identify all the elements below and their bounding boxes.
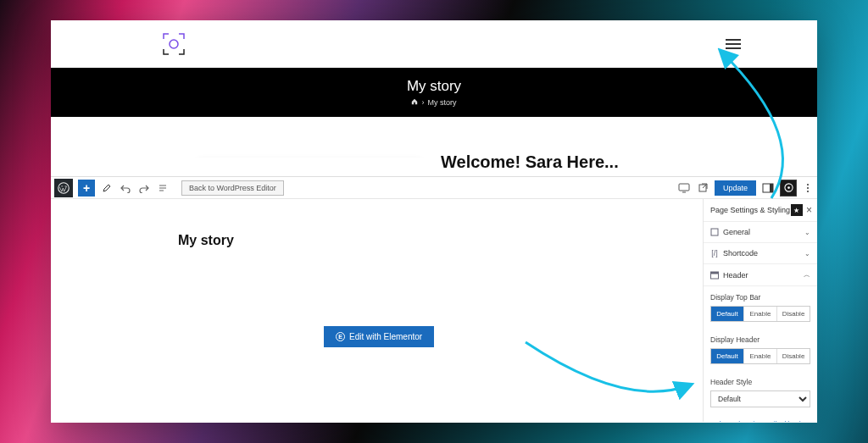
display-top-bar-toggle: Default Enable Disable [710, 306, 810, 322]
page-title[interactable]: My story [178, 233, 652, 248]
display-header-section: Display Header Default Enable Disable [704, 329, 817, 371]
update-button[interactable]: Update [715, 180, 756, 196]
external-preview-icon[interactable] [696, 181, 709, 195]
add-block-button[interactable]: + [78, 180, 95, 197]
header-style-section: Header Style Default [704, 371, 817, 414]
accordion-label: General [723, 228, 750, 236]
edit-mode-icon[interactable] [100, 181, 114, 195]
option-disable[interactable]: Disable [777, 307, 810, 321]
redo-icon[interactable] [137, 181, 151, 195]
svg-point-7 [787, 186, 790, 189]
general-icon [710, 228, 719, 236]
accordion-header[interactable]: Header ︿ [704, 264, 817, 286]
editor-toolbar: + Back to WordPress Editor [51, 177, 817, 199]
preview-hero: My story › My story [51, 68, 817, 117]
preview-header-bar [51, 20, 817, 68]
chevron-down-icon: ⌄ [804, 229, 810, 236]
back-to-wp-button[interactable]: Back to WordPress Editor [181, 180, 284, 196]
breadcrumb: › My story [411, 98, 456, 107]
hamburger-menu-icon[interactable] [726, 39, 741, 49]
sidebar-header: Page Settings & Styling ★ × [704, 199, 817, 222]
star-icon[interactable]: ★ [791, 204, 803, 216]
chevron-down-icon: ⌄ [804, 250, 810, 257]
breadcrumb-sep: › [421, 98, 424, 107]
elementor-button-label: Edit with Elementor [349, 332, 422, 341]
chevron-up-icon: ︿ [804, 270, 810, 280]
header-icon [710, 271, 719, 280]
accordion-label: Shortcode [723, 249, 758, 257]
display-top-bar-section: Display Top Bar Default Enable Disable [704, 286, 817, 329]
header-style-select[interactable]: Default [710, 390, 810, 407]
edit-with-elementor-button[interactable]: E Edit with Elementor [324, 326, 434, 347]
sidebar-toggle-icon[interactable] [761, 181, 775, 195]
option-default[interactable]: Default [711, 349, 744, 363]
hero-title: My story [407, 78, 461, 95]
site-preview: My story › My story Welcome! Sara Here..… [51, 20, 817, 176]
site-logo [161, 31, 186, 57]
wordpress-logo-icon[interactable] [54, 179, 73, 197]
field-label: Display Top Bar [710, 293, 810, 302]
shortcode-icon: [/] [710, 249, 719, 257]
sidebar-title: Page Settings & Styling [710, 206, 790, 214]
desktop-preview-icon[interactable] [677, 181, 691, 195]
option-enable[interactable]: Enable [744, 307, 777, 321]
accordion-shortcode[interactable]: [/] Shortcode ⌄ [704, 243, 817, 264]
option-enable[interactable]: Enable [744, 349, 777, 363]
option-default[interactable]: Default [711, 307, 744, 321]
elementor-icon: E [336, 332, 345, 341]
display-header-toggle: Default Enable Disable [710, 348, 810, 364]
wordpress-editor: + Back to WordPress Editor [51, 176, 817, 421]
field-label: Header Style [710, 378, 810, 386]
learn-more-link[interactable]: i Learn how to use the Header settings [704, 414, 817, 422]
option-disable[interactable]: Disable [777, 349, 810, 363]
home-icon[interactable] [411, 98, 418, 107]
breadcrumb-current: My story [427, 98, 456, 107]
more-options-icon[interactable] [802, 184, 814, 192]
accordion-general[interactable]: General ⌄ [704, 222, 817, 243]
accordion-label: Header [723, 271, 748, 280]
learn-more-label: Learn how to use the Header settings [720, 419, 810, 422]
svg-rect-5 [770, 184, 773, 192]
details-icon[interactable] [156, 181, 170, 195]
undo-icon[interactable] [119, 181, 132, 195]
settings-sidebar: Page Settings & Styling ★ × General ⌄ [703, 199, 817, 422]
theme-settings-icon[interactable] [780, 180, 797, 197]
close-icon[interactable]: × [806, 204, 812, 216]
svg-point-0 [170, 40, 178, 48]
field-label: Display Header [710, 335, 810, 344]
svg-rect-10 [711, 272, 719, 274]
svg-rect-2 [679, 184, 689, 191]
editor-canvas[interactable]: My story E Edit with Elementor [51, 199, 703, 422]
welcome-heading: Welcome! Sara Here... [441, 152, 619, 172]
svg-rect-8 [711, 229, 718, 235]
